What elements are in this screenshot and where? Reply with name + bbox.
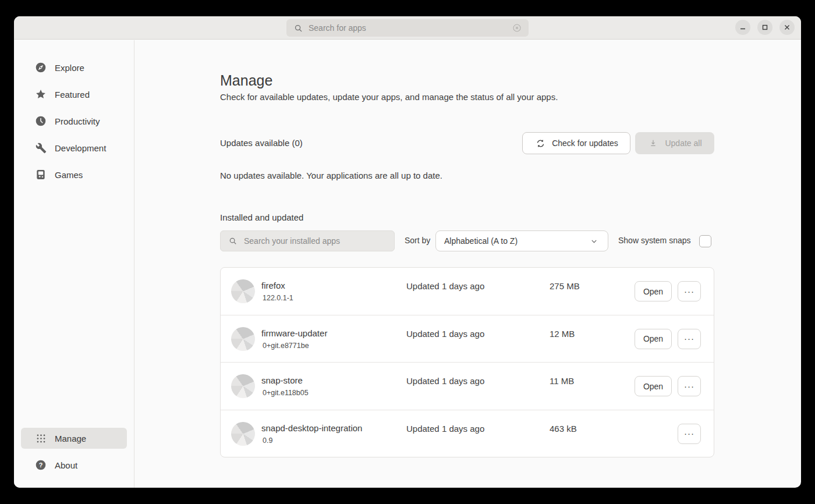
sidebar: Explore Featured Productivity Developmen…: [14, 40, 134, 488]
sidebar-item-label: Development: [55, 143, 106, 153]
minimize-button[interactable]: [735, 20, 750, 35]
app-list-row[interactable]: snap-store 0+git.e118b05 Updated 1 days …: [221, 363, 714, 410]
page-title: Manage: [220, 72, 272, 89]
app-placeholder-icon: [231, 422, 255, 446]
app-version: 0.9: [263, 436, 272, 445]
sort-by-label: Sort by: [405, 236, 430, 245]
open-button[interactable]: Open: [635, 281, 672, 301]
app-version: 122.0.1-1: [263, 294, 293, 302]
sidebar-item-label: About: [55, 460, 77, 470]
app-name: snap-store: [261, 375, 303, 385]
app-size: 12 MB: [550, 329, 575, 339]
refresh-icon: [534, 137, 546, 149]
app-placeholder-icon: [231, 279, 255, 303]
page-subtitle: Check for available updates, update your…: [220, 92, 558, 102]
app-placeholder-icon: [231, 374, 255, 398]
window-controls: [735, 20, 795, 35]
more-options-button[interactable]: ···: [678, 376, 701, 396]
installed-apps-list: firefox 122.0.1-1 Updated 1 days ago 275…: [220, 267, 714, 457]
app-name: firmware-updater: [261, 328, 327, 338]
app-updated-text: Updated 1 days ago: [406, 376, 484, 386]
sidebar-item-manage[interactable]: Manage: [21, 428, 127, 449]
sidebar-item-label: Manage: [55, 434, 86, 443]
app-name: snapd-desktop-integration: [261, 423, 362, 433]
app-updated-text: Updated 1 days ago: [406, 329, 484, 339]
search-icon: [292, 22, 304, 34]
app-size: 11 MB: [550, 376, 574, 386]
sidebar-bottom: Manage ? About: [14, 428, 134, 488]
download-icon: [647, 137, 659, 149]
more-options-button[interactable]: ···: [678, 329, 701, 349]
app-list-row[interactable]: firmware-updater 0+git.e8771be Updated 1…: [221, 315, 714, 363]
sidebar-item-games[interactable]: Games: [14, 161, 134, 188]
wrench-icon: [35, 142, 47, 154]
gamepad-icon: [35, 169, 47, 180]
chevron-down-icon: [588, 235, 600, 247]
grid-dots-icon: [35, 432, 47, 444]
sidebar-item-featured[interactable]: Featured: [14, 81, 134, 108]
more-options-button[interactable]: ···: [678, 424, 701, 444]
app-search-input[interactable]: Search for apps: [286, 19, 529, 37]
app-updated-text: Updated 1 days ago: [406, 281, 484, 291]
app-list-row[interactable]: snapd-desktop-integration 0.9 Updated 1 …: [221, 410, 714, 457]
sidebar-item-productivity[interactable]: Productivity: [14, 108, 134, 134]
app-size: 275 MB: [550, 281, 580, 291]
sidebar-item-about[interactable]: ? About: [21, 455, 127, 475]
sidebar-item-label: Productivity: [55, 116, 100, 126]
close-button[interactable]: [779, 20, 795, 35]
updates-available-heading: Updates available (0): [220, 138, 303, 148]
installed-search-placeholder: Search your installed apps: [244, 236, 340, 246]
sidebar-item-development[interactable]: Development: [14, 134, 134, 161]
sidebar-item-explore[interactable]: Explore: [14, 54, 134, 81]
installed-heading: Installed and updated: [220, 212, 303, 222]
app-search-placeholder: Search for apps: [309, 23, 506, 33]
sidebar-item-label: Games: [55, 170, 83, 180]
updates-section-header: Updates available (0) Check for updates: [220, 132, 714, 154]
show-system-snaps-label: Show system snaps: [618, 236, 691, 245]
search-icon: [227, 235, 239, 247]
titlebar: Search for apps: [14, 16, 801, 40]
open-button[interactable]: Open: [635, 376, 672, 396]
more-options-button[interactable]: ···: [678, 281, 701, 301]
check-for-updates-label: Check for updates: [552, 139, 618, 148]
compass-icon: [35, 62, 47, 73]
check-for-updates-button[interactable]: Check for updates: [522, 132, 630, 154]
installed-controls: Search your installed apps Sort by Alpha…: [220, 230, 714, 251]
installed-search-input[interactable]: Search your installed apps: [220, 230, 395, 251]
app-size: 463 kB: [550, 424, 577, 434]
app-version: 0+git.e8771be: [263, 342, 309, 350]
update-all-label: Update all: [665, 139, 701, 148]
svg-text:?: ?: [39, 462, 43, 468]
app-version: 0+git.e118b05: [263, 389, 309, 397]
app-name: firefox: [261, 281, 285, 290]
clock-icon: [35, 115, 47, 127]
clear-search-icon[interactable]: [511, 22, 523, 34]
sidebar-categories: Explore Featured Productivity Developmen…: [14, 40, 134, 428]
open-button[interactable]: Open: [635, 329, 672, 349]
maximize-button[interactable]: [757, 20, 773, 35]
app-placeholder-icon: [231, 327, 255, 351]
sort-dropdown-value: Alphabetical (A to Z): [444, 236, 588, 246]
question-icon: ?: [35, 459, 47, 471]
update-all-button[interactable]: Update all: [635, 132, 714, 154]
show-system-snaps-checkbox[interactable]: [699, 235, 711, 247]
star-icon: [35, 88, 47, 100]
sidebar-item-label: Featured: [55, 90, 90, 100]
app-list-row[interactable]: firefox 122.0.1-1 Updated 1 days ago 275…: [221, 268, 714, 315]
app-window: Search for apps Explore Featured: [14, 16, 801, 488]
app-updated-text: Updated 1 days ago: [406, 424, 484, 434]
sidebar-item-label: Explore: [55, 63, 84, 73]
no-updates-message: No updates available. Your applications …: [220, 171, 442, 180]
sort-dropdown[interactable]: Alphabetical (A to Z): [435, 230, 608, 251]
